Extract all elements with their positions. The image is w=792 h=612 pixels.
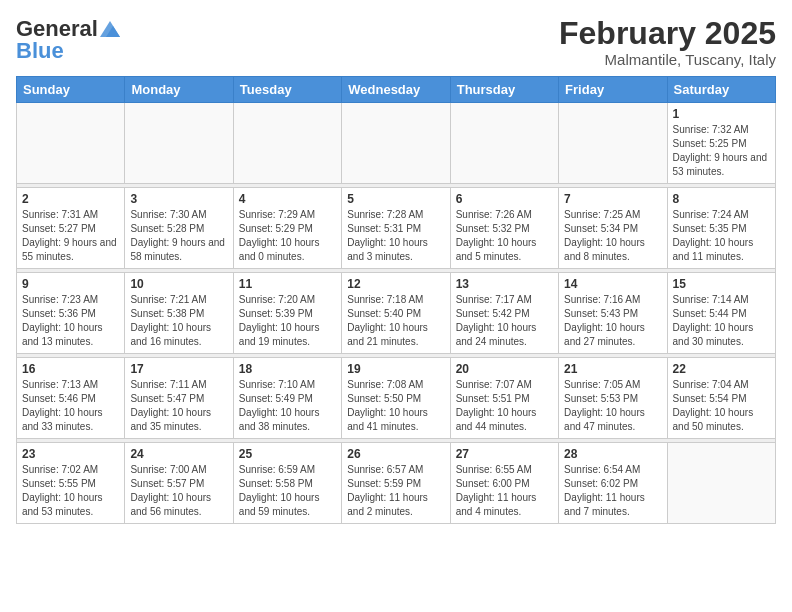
calendar-cell: 13Sunrise: 7:17 AM Sunset: 5:42 PM Dayli…	[450, 273, 558, 354]
day-number: 1	[673, 107, 770, 121]
calendar-cell	[559, 103, 667, 184]
logo-icon	[100, 21, 120, 37]
month-title: February 2025	[559, 16, 776, 51]
day-info: Sunrise: 6:59 AM Sunset: 5:58 PM Dayligh…	[239, 463, 336, 519]
day-info: Sunrise: 7:31 AM Sunset: 5:27 PM Dayligh…	[22, 208, 119, 264]
calendar-cell: 3Sunrise: 7:30 AM Sunset: 5:28 PM Daylig…	[125, 188, 233, 269]
day-info: Sunrise: 7:02 AM Sunset: 5:55 PM Dayligh…	[22, 463, 119, 519]
day-number: 7	[564, 192, 661, 206]
calendar-cell: 27Sunrise: 6:55 AM Sunset: 6:00 PM Dayli…	[450, 443, 558, 524]
day-info: Sunrise: 6:57 AM Sunset: 5:59 PM Dayligh…	[347, 463, 444, 519]
calendar-cell: 14Sunrise: 7:16 AM Sunset: 5:43 PM Dayli…	[559, 273, 667, 354]
day-info: Sunrise: 6:55 AM Sunset: 6:00 PM Dayligh…	[456, 463, 553, 519]
day-number: 25	[239, 447, 336, 461]
weekday-header-wednesday: Wednesday	[342, 77, 450, 103]
day-number: 21	[564, 362, 661, 376]
weekday-header-thursday: Thursday	[450, 77, 558, 103]
logo: General Blue	[16, 16, 120, 64]
weekday-header-monday: Monday	[125, 77, 233, 103]
day-info: Sunrise: 7:11 AM Sunset: 5:47 PM Dayligh…	[130, 378, 227, 434]
day-info: Sunrise: 7:21 AM Sunset: 5:38 PM Dayligh…	[130, 293, 227, 349]
day-number: 11	[239, 277, 336, 291]
day-info: Sunrise: 7:18 AM Sunset: 5:40 PM Dayligh…	[347, 293, 444, 349]
day-info: Sunrise: 7:16 AM Sunset: 5:43 PM Dayligh…	[564, 293, 661, 349]
day-number: 13	[456, 277, 553, 291]
calendar-cell: 26Sunrise: 6:57 AM Sunset: 5:59 PM Dayli…	[342, 443, 450, 524]
day-info: Sunrise: 7:05 AM Sunset: 5:53 PM Dayligh…	[564, 378, 661, 434]
calendar-cell	[125, 103, 233, 184]
location-subtitle: Malmantile, Tuscany, Italy	[559, 51, 776, 68]
day-number: 20	[456, 362, 553, 376]
day-info: Sunrise: 7:13 AM Sunset: 5:46 PM Dayligh…	[22, 378, 119, 434]
weekday-header-row: SundayMondayTuesdayWednesdayThursdayFrid…	[17, 77, 776, 103]
calendar-week-5: 23Sunrise: 7:02 AM Sunset: 5:55 PM Dayli…	[17, 443, 776, 524]
day-number: 2	[22, 192, 119, 206]
day-number: 19	[347, 362, 444, 376]
calendar-cell	[342, 103, 450, 184]
day-number: 23	[22, 447, 119, 461]
day-info: Sunrise: 7:17 AM Sunset: 5:42 PM Dayligh…	[456, 293, 553, 349]
calendar-cell: 18Sunrise: 7:10 AM Sunset: 5:49 PM Dayli…	[233, 358, 341, 439]
day-info: Sunrise: 7:28 AM Sunset: 5:31 PM Dayligh…	[347, 208, 444, 264]
calendar-cell	[450, 103, 558, 184]
day-number: 24	[130, 447, 227, 461]
day-number: 18	[239, 362, 336, 376]
calendar-cell: 4Sunrise: 7:29 AM Sunset: 5:29 PM Daylig…	[233, 188, 341, 269]
calendar-cell: 9Sunrise: 7:23 AM Sunset: 5:36 PM Daylig…	[17, 273, 125, 354]
calendar-cell: 22Sunrise: 7:04 AM Sunset: 5:54 PM Dayli…	[667, 358, 775, 439]
calendar-cell: 11Sunrise: 7:20 AM Sunset: 5:39 PM Dayli…	[233, 273, 341, 354]
calendar-week-1: 1Sunrise: 7:32 AM Sunset: 5:25 PM Daylig…	[17, 103, 776, 184]
page-header: General Blue February 2025 Malmantile, T…	[16, 16, 776, 68]
calendar-cell: 21Sunrise: 7:05 AM Sunset: 5:53 PM Dayli…	[559, 358, 667, 439]
day-info: Sunrise: 6:54 AM Sunset: 6:02 PM Dayligh…	[564, 463, 661, 519]
day-number: 10	[130, 277, 227, 291]
day-info: Sunrise: 7:14 AM Sunset: 5:44 PM Dayligh…	[673, 293, 770, 349]
calendar-cell: 24Sunrise: 7:00 AM Sunset: 5:57 PM Dayli…	[125, 443, 233, 524]
day-info: Sunrise: 7:25 AM Sunset: 5:34 PM Dayligh…	[564, 208, 661, 264]
day-number: 15	[673, 277, 770, 291]
day-info: Sunrise: 7:04 AM Sunset: 5:54 PM Dayligh…	[673, 378, 770, 434]
weekday-header-tuesday: Tuesday	[233, 77, 341, 103]
day-number: 27	[456, 447, 553, 461]
calendar-cell: 28Sunrise: 6:54 AM Sunset: 6:02 PM Dayli…	[559, 443, 667, 524]
weekday-header-sunday: Sunday	[17, 77, 125, 103]
day-info: Sunrise: 7:10 AM Sunset: 5:49 PM Dayligh…	[239, 378, 336, 434]
calendar-cell: 5Sunrise: 7:28 AM Sunset: 5:31 PM Daylig…	[342, 188, 450, 269]
calendar-cell: 23Sunrise: 7:02 AM Sunset: 5:55 PM Dayli…	[17, 443, 125, 524]
calendar-cell: 8Sunrise: 7:24 AM Sunset: 5:35 PM Daylig…	[667, 188, 775, 269]
calendar-cell: 7Sunrise: 7:25 AM Sunset: 5:34 PM Daylig…	[559, 188, 667, 269]
calendar-cell: 17Sunrise: 7:11 AM Sunset: 5:47 PM Dayli…	[125, 358, 233, 439]
calendar-week-2: 2Sunrise: 7:31 AM Sunset: 5:27 PM Daylig…	[17, 188, 776, 269]
day-number: 12	[347, 277, 444, 291]
calendar-cell: 15Sunrise: 7:14 AM Sunset: 5:44 PM Dayli…	[667, 273, 775, 354]
day-info: Sunrise: 7:00 AM Sunset: 5:57 PM Dayligh…	[130, 463, 227, 519]
calendar-cell: 2Sunrise: 7:31 AM Sunset: 5:27 PM Daylig…	[17, 188, 125, 269]
calendar-cell: 1Sunrise: 7:32 AM Sunset: 5:25 PM Daylig…	[667, 103, 775, 184]
day-number: 17	[130, 362, 227, 376]
calendar-cell: 12Sunrise: 7:18 AM Sunset: 5:40 PM Dayli…	[342, 273, 450, 354]
day-number: 3	[130, 192, 227, 206]
day-number: 8	[673, 192, 770, 206]
day-number: 22	[673, 362, 770, 376]
logo-blue: Blue	[16, 38, 64, 64]
day-info: Sunrise: 7:24 AM Sunset: 5:35 PM Dayligh…	[673, 208, 770, 264]
day-number: 16	[22, 362, 119, 376]
day-number: 28	[564, 447, 661, 461]
day-number: 4	[239, 192, 336, 206]
day-info: Sunrise: 7:23 AM Sunset: 5:36 PM Dayligh…	[22, 293, 119, 349]
calendar-week-3: 9Sunrise: 7:23 AM Sunset: 5:36 PM Daylig…	[17, 273, 776, 354]
day-number: 26	[347, 447, 444, 461]
day-number: 14	[564, 277, 661, 291]
calendar-cell: 6Sunrise: 7:26 AM Sunset: 5:32 PM Daylig…	[450, 188, 558, 269]
day-info: Sunrise: 7:30 AM Sunset: 5:28 PM Dayligh…	[130, 208, 227, 264]
calendar-table: SundayMondayTuesdayWednesdayThursdayFrid…	[16, 76, 776, 524]
day-info: Sunrise: 7:20 AM Sunset: 5:39 PM Dayligh…	[239, 293, 336, 349]
day-number: 5	[347, 192, 444, 206]
day-info: Sunrise: 7:07 AM Sunset: 5:51 PM Dayligh…	[456, 378, 553, 434]
day-info: Sunrise: 7:32 AM Sunset: 5:25 PM Dayligh…	[673, 123, 770, 179]
calendar-cell: 20Sunrise: 7:07 AM Sunset: 5:51 PM Dayli…	[450, 358, 558, 439]
calendar-cell: 25Sunrise: 6:59 AM Sunset: 5:58 PM Dayli…	[233, 443, 341, 524]
title-block: February 2025 Malmantile, Tuscany, Italy	[559, 16, 776, 68]
calendar-cell	[17, 103, 125, 184]
day-number: 9	[22, 277, 119, 291]
